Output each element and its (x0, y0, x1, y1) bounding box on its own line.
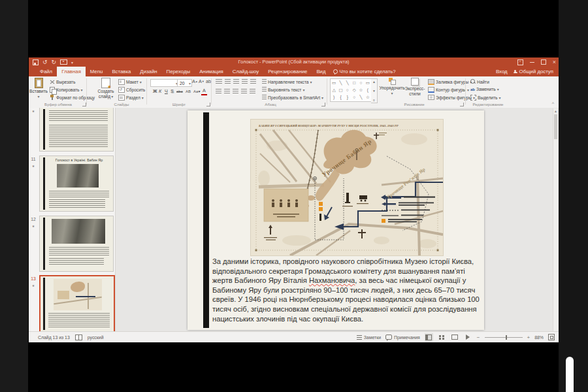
map-image[interactable]: БАБИН ЯР І СИРЕЦЬКИЙ КОНЦТАБІР: МАРШРУТИ… (250, 119, 444, 256)
justify-icon[interactable] (241, 89, 247, 94)
paste-clipboard-icon (35, 78, 43, 88)
copy-button[interactable]: Копировать ▾ (50, 87, 83, 93)
drawing-dialog-launcher-icon[interactable] (460, 103, 464, 106)
redo-icon[interactable]: ↻ (52, 59, 57, 65)
font-color-button[interactable]: А (201, 88, 207, 95)
tab-review[interactable]: Рецензирование (263, 67, 312, 76)
line-spacing-icon[interactable] (250, 79, 256, 84)
font-name-combo[interactable]: ▾ (150, 79, 179, 87)
restore-icon[interactable] (541, 59, 546, 65)
select-button[interactable]: Выделить ▾ (470, 95, 500, 101)
zoom-slider[interactable] (485, 337, 523, 338)
cut-button[interactable]: Вырезать (50, 79, 75, 84)
slide-sorter-view-button[interactable] (438, 333, 446, 341)
tab-home[interactable]: Главная (57, 67, 86, 76)
increase-indent-icon[interactable] (242, 79, 248, 84)
arrange-button[interactable]: Упорядочить ▾ (381, 78, 403, 95)
character-spacing-button[interactable]: АВ (184, 88, 192, 95)
tab-insert[interactable]: Вставка (107, 67, 135, 76)
fit-to-window-icon[interactable] (548, 334, 555, 340)
share-button[interactable]: Общий доступ (514, 69, 553, 74)
bullets-icon[interactable] (216, 79, 222, 84)
slide-body-text[interactable]: За даними історика, провідного наукового… (212, 257, 485, 323)
font-dialog-launcher-icon[interactable] (206, 103, 210, 106)
comments-button[interactable]: Примечания (385, 335, 420, 340)
tab-view[interactable]: Вид (312, 67, 330, 76)
text-direction-icon (262, 79, 267, 84)
reading-view-button[interactable] (451, 333, 459, 341)
undo-icon[interactable]: ↺ (42, 59, 48, 65)
new-slide-button[interactable]: Создать слайд ▾ (95, 78, 116, 99)
shapes-gallery-scroll[interactable]: ▲▼≡ (371, 78, 378, 103)
tab-animations[interactable]: Анимация (195, 67, 228, 76)
host-scrollbar-pill[interactable] (566, 357, 574, 392)
slide-thumbnail-10-partial[interactable] (39, 108, 114, 152)
shape-effects-button[interactable]: Эффекты фигуры ▾ (428, 95, 475, 100)
language-indicator[interactable]: русский (88, 335, 104, 340)
text-direction-button[interactable]: Направление текста ▾ (262, 79, 312, 84)
align-center-icon[interactable] (224, 89, 230, 94)
paste-button[interactable]: Вставить ▾ (30, 78, 47, 99)
underline-button[interactable]: Ч (163, 88, 169, 95)
italic-button[interactable]: К (157, 88, 163, 95)
quick-styles-button[interactable]: Экспресс- стили (405, 78, 425, 96)
numbering-icon[interactable] (225, 79, 231, 84)
editor-scrollbar[interactable]: ▲ (553, 108, 558, 331)
sign-in-link[interactable]: Вход (496, 69, 508, 74)
slide-thumbnail-panel[interactable]: ★ 11 ★ Голокост в Україні. Бабин Яр 12 ★ (29, 108, 116, 332)
columns-icon[interactable] (250, 89, 255, 94)
spell-check-icon[interactable] (75, 335, 82, 340)
tab-slideshow[interactable]: Слайд-шоу (228, 67, 263, 76)
zoom-in-button[interactable]: + (527, 335, 531, 340)
convert-smartart-button[interactable]: Преобразовать в SmartArt ▾ (262, 95, 323, 100)
decrease-indent-icon[interactable] (233, 79, 239, 84)
section-button[interactable]: Раздел ▾ (118, 95, 144, 101)
tell-me-box[interactable]: Что вы хотите сделать? (333, 67, 396, 76)
align-text-button[interactable]: Выровнять текст ▾ (262, 87, 304, 92)
current-slide-canvas[interactable]: БАБИН ЯР І СИРЕЦЬКИЙ КОНЦТАБІР: МАРШРУТИ… (188, 110, 484, 330)
close-icon[interactable]: × (553, 59, 556, 65)
ribbon-display-options-icon[interactable]: ^ (517, 59, 523, 65)
layout-button[interactable]: Макет ▾ (118, 79, 142, 85)
font-size-combo[interactable]: 20▾ (177, 79, 192, 87)
replace-button[interactable]: ab Заменить ▾ (470, 87, 499, 91)
align-left-icon[interactable] (216, 89, 221, 94)
notes-button[interactable]: Заметки (357, 335, 381, 340)
scroll-up-icon[interactable]: ▲ (553, 108, 558, 114)
reset-button[interactable]: Сбросить (118, 87, 145, 93)
scrollbar-thumb[interactable] (554, 114, 557, 139)
zoom-slider-thumb[interactable] (506, 335, 508, 340)
align-text-icon (262, 87, 267, 92)
animation-star-icon: ★ (29, 284, 38, 287)
text-shadow-button[interactable]: S (169, 88, 175, 95)
qat-customize-icon[interactable]: ▾ (71, 60, 73, 65)
tell-me-label: Что вы хотите сделать? (340, 69, 396, 74)
slide-thumbnail-12[interactable] (39, 216, 114, 272)
gallery-up-icon: ▲ (372, 80, 376, 84)
shape-outline-button[interactable]: Контур фигуры ▾ (428, 87, 469, 93)
slide-editor-area[interactable]: БАБИН ЯР І СИРЕЦЬКИЙ КОНЦТАБІР: МАРШРУТИ… (116, 108, 559, 332)
paragraph-dialog-launcher-icon[interactable] (321, 103, 325, 106)
slideshow-view-button[interactable] (464, 333, 472, 341)
minimize-icon[interactable] (530, 62, 534, 63)
tab-design[interactable]: Дизайн (135, 67, 161, 76)
find-button[interactable]: Найти (470, 79, 489, 84)
align-right-icon[interactable] (233, 89, 238, 94)
normal-view-button[interactable] (425, 333, 433, 341)
collapse-ribbon-icon[interactable]: ^ (552, 101, 554, 106)
thumbnail-photo (57, 164, 99, 188)
tab-menu[interactable]: Menu (86, 67, 108, 76)
start-slideshow-icon[interactable] (60, 59, 67, 65)
tab-transitions[interactable]: Переходы (162, 67, 195, 76)
format-painter-button[interactable]: Формат по образцу (50, 95, 95, 100)
save-icon[interactable] (33, 59, 39, 65)
zoom-percent[interactable]: 88% (534, 335, 544, 340)
strikethrough-button[interactable]: abc (175, 88, 184, 95)
zoom-out-button[interactable]: − (477, 335, 480, 340)
shapes-gallery[interactable]: ▭╲╲□○▭ △▢○◇☆( ){}○╲☆ (330, 78, 372, 102)
slide-thumbnail-13-selected[interactable] (39, 275, 115, 333)
slide-thumbnail-11[interactable]: Голокост в Україні. Бабин Яр (39, 155, 114, 212)
tab-file[interactable]: Файл (35, 67, 57, 76)
change-case-button[interactable]: Аа▾ (192, 88, 201, 95)
slide-number: 12 (29, 217, 38, 221)
